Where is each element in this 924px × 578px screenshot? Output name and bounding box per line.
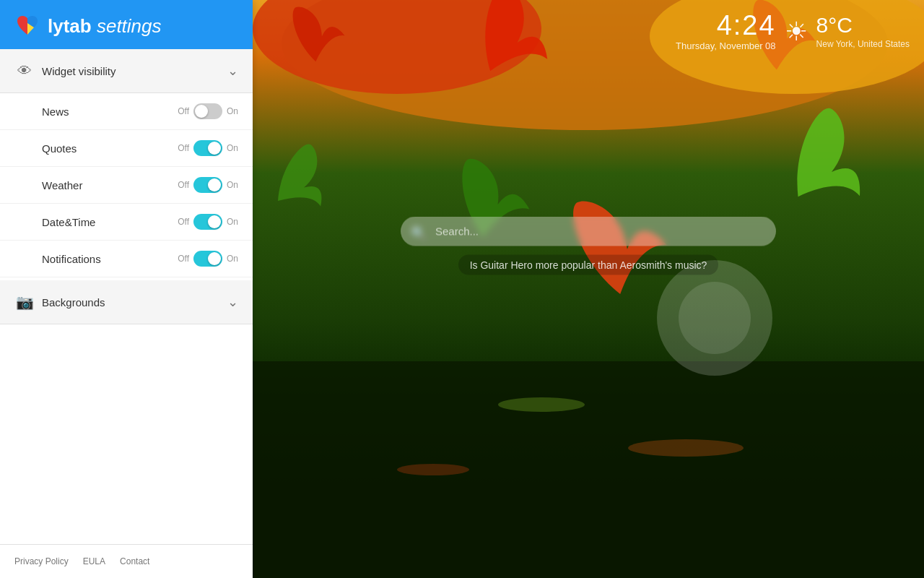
- quotes-on-label: On: [227, 143, 238, 153]
- quotes-toggle-thumb: [208, 142, 221, 155]
- search-suggestion: Is Guitar Hero more popular than Aerosmi…: [458, 255, 719, 275]
- sun-icon: ☀: [785, 17, 808, 47]
- weather-on-label: On: [227, 180, 238, 190]
- widget-visibility-label: Widget visibility: [42, 65, 227, 77]
- weather-toggle-thumb: [208, 178, 221, 191]
- notifications-toggle-track: [193, 251, 222, 267]
- weather-toggle[interactable]: [193, 177, 222, 193]
- notifications-off-label: Off: [178, 254, 189, 264]
- temperature-display: 8°C New York, United States: [816, 14, 910, 49]
- weather-toggle-group: Off On: [178, 177, 238, 193]
- datetime-toggle-track: [193, 214, 222, 230]
- sidebar-content: 👁 Widget visibility ⌄ News Off On Quotes…: [0, 49, 253, 544]
- quotes-toggle[interactable]: [193, 140, 222, 156]
- time-display: 4:24: [676, 12, 776, 39]
- sidebar-header: lytab settings: [0, 0, 253, 49]
- weather-off-label: Off: [178, 180, 189, 190]
- backgrounds-chevron: ⌄: [227, 294, 238, 310]
- lytab-logo-icon: [14, 13, 40, 39]
- news-label: News: [42, 105, 178, 118]
- datetime-toggle-thumb: [208, 215, 221, 228]
- quotes-widget-row: Quotes Off On: [0, 130, 253, 167]
- notifications-toggle-group: Off On: [178, 251, 238, 267]
- datetime-off-label: Off: [178, 217, 189, 227]
- news-widget-row: News Off On: [0, 93, 253, 130]
- background-image: [253, 0, 924, 578]
- sidebar-footer: Privacy Policy EULA Contact: [0, 544, 253, 578]
- weather-toggle-track: [193, 177, 222, 193]
- news-toggle-thumb: [195, 105, 208, 118]
- datetime-label: Date&Time: [42, 216, 178, 228]
- notifications-label: Notifications: [42, 253, 178, 265]
- notifications-toggle[interactable]: [193, 251, 222, 267]
- quotes-off-label: Off: [178, 143, 189, 153]
- camera-icon: 📷: [14, 292, 35, 312]
- notifications-on-label: On: [227, 254, 238, 264]
- privacy-policy-link[interactable]: Privacy Policy: [14, 556, 69, 566]
- widget-visibility-section[interactable]: 👁 Widget visibility ⌄: [0, 49, 253, 93]
- news-toggle-track: [193, 103, 222, 119]
- news-on-label: On: [227, 106, 238, 116]
- news-off-label: Off: [178, 106, 189, 116]
- weather-label: Weather: [42, 179, 178, 191]
- contact-link[interactable]: Contact: [120, 556, 149, 566]
- sidebar: lytab settings 👁 Widget visibility ⌄ New…: [0, 0, 253, 578]
- weather-widget: 4:24 Thursday, November 08 ☀ 8°C New Yor…: [676, 12, 910, 51]
- main-content: 4:24 Thursday, November 08 ☀ 8°C New Yor…: [253, 0, 924, 578]
- datetime-toggle[interactable]: [193, 214, 222, 230]
- eye-icon: 👁: [14, 61, 35, 81]
- news-toggle[interactable]: [193, 103, 222, 119]
- widget-visibility-chevron: ⌄: [227, 63, 238, 79]
- datetime-widget-row: Date&Time Off On: [0, 204, 253, 241]
- quotes-label: Quotes: [42, 142, 178, 155]
- location-display: New York, United States: [816, 39, 910, 49]
- news-toggle-group: Off On: [178, 103, 238, 119]
- weather-widget-row: Weather Off On: [0, 167, 253, 204]
- eula-link[interactable]: EULA: [83, 556, 105, 566]
- backgrounds-label: Backgrounds: [42, 296, 227, 309]
- app-title: lytab settings: [48, 15, 162, 38]
- search-input[interactable]: [401, 217, 776, 246]
- search-container: 🔍 Is Guitar Hero more popular than Aeros…: [401, 217, 776, 275]
- notifications-toggle-thumb: [208, 252, 221, 265]
- notifications-widget-row: Notifications Off On: [0, 241, 253, 277]
- datetime-on-label: On: [227, 217, 238, 227]
- backgrounds-section[interactable]: 📷 Backgrounds ⌄: [0, 280, 253, 324]
- search-row: 🔍: [401, 217, 776, 246]
- datetime-display: 4:24 Thursday, November 08: [676, 12, 776, 51]
- temperature-value: 8°C: [816, 14, 910, 36]
- datetime-toggle-group: Off On: [178, 214, 238, 230]
- quotes-toggle-group: Off On: [178, 140, 238, 156]
- quotes-toggle-track: [193, 140, 222, 156]
- date-display: Thursday, November 08: [676, 40, 776, 51]
